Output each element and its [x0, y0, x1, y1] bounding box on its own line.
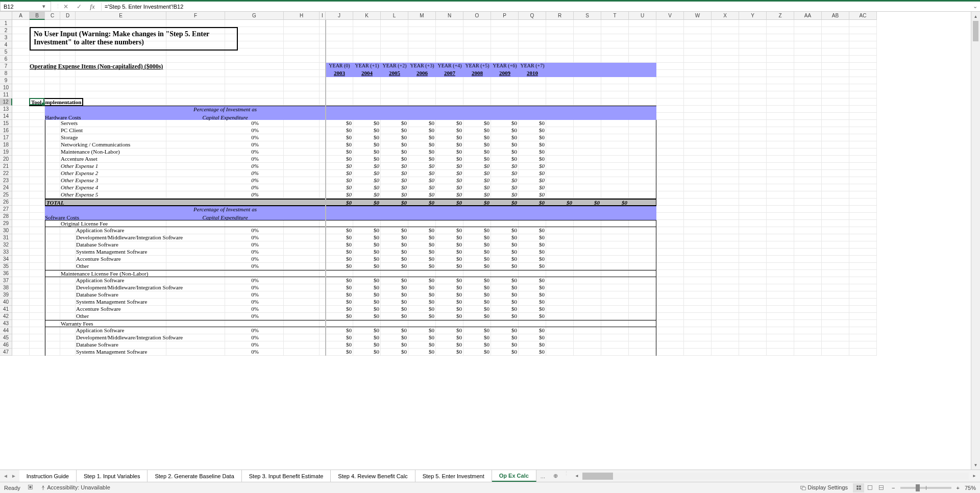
column-header[interactable]: K: [353, 12, 381, 20]
column-header[interactable]: N: [436, 12, 463, 20]
select-all-corner[interactable]: [0, 12, 12, 20]
row-header[interactable]: 7: [0, 63, 12, 70]
row-header[interactable]: 10: [0, 84, 12, 91]
row-header[interactable]: 39: [0, 291, 12, 299]
hscroll-left-icon[interactable]: ◄: [573, 474, 580, 478]
column-header[interactable]: S: [574, 12, 601, 20]
row-header[interactable]: 3: [0, 34, 12, 41]
cancel-formula-icon[interactable]: ✕: [61, 3, 70, 10]
row-header[interactable]: 36: [0, 270, 12, 277]
row-header[interactable]: 40: [0, 299, 12, 306]
column-header[interactable]: T: [601, 12, 629, 20]
column-header[interactable]: AA: [794, 12, 822, 20]
zoom-slider[interactable]: [900, 487, 951, 489]
row-header[interactable]: 41: [0, 306, 12, 313]
row-header[interactable]: 26: [0, 199, 12, 206]
column-header[interactable]: AC: [849, 12, 877, 20]
column-header[interactable]: U: [629, 12, 656, 20]
row-header[interactable]: 35: [0, 263, 12, 270]
vertical-scrollbar[interactable]: ▲ ▼: [971, 12, 980, 470]
row-header[interactable]: 19: [0, 149, 12, 156]
sheet-tab[interactable]: Step 3. Input Benefit Estimate: [242, 470, 331, 482]
column-header[interactable]: J: [326, 12, 353, 20]
row-header[interactable]: 13: [0, 106, 12, 113]
row-header[interactable]: 47: [0, 349, 12, 356]
column-header[interactable]: I: [320, 12, 326, 20]
sheet-tab[interactable]: Step 4. Review Benefit Calc: [331, 470, 415, 482]
zoom-level[interactable]: 75%: [965, 485, 976, 491]
macro-record-icon[interactable]: [28, 484, 33, 491]
sheet-tab[interactable]: Op Ex Calc: [492, 470, 536, 482]
column-header[interactable]: M: [408, 12, 436, 20]
column-header[interactable]: B: [30, 12, 45, 20]
scroll-down-icon[interactable]: ▼: [971, 460, 980, 470]
sheet-tab[interactable]: Instruction Guide: [19, 470, 77, 482]
column-header[interactable]: O: [463, 12, 491, 20]
row-header[interactable]: 16: [0, 127, 12, 134]
fx-icon[interactable]: fx: [88, 3, 97, 11]
row-header[interactable]: 30: [0, 227, 12, 234]
spreadsheet-grid[interactable]: ABCDEFGHIJKLMNOPQRSTUVWXYZAAABAC 1234567…: [0, 12, 971, 470]
column-header[interactable]: AB: [822, 12, 849, 20]
row-header[interactable]: 22: [0, 170, 12, 177]
row-header[interactable]: 33: [0, 249, 12, 256]
name-box-dropdown-icon[interactable]: ▾: [40, 3, 47, 10]
row-header[interactable]: 27: [0, 206, 12, 213]
sheet-tab[interactable]: Step 2. Generate Baseline Data: [148, 470, 241, 482]
scroll-up-icon[interactable]: ▲: [971, 12, 980, 21]
tabs-more-button[interactable]: ...: [536, 470, 549, 482]
column-header[interactable]: H: [284, 12, 320, 20]
row-header[interactable]: 23: [0, 177, 12, 184]
add-sheet-button[interactable]: ⊕: [549, 470, 561, 482]
formula-input[interactable]: ='Step 5. Enter Investment'!B12: [102, 2, 970, 11]
column-header[interactable]: F: [166, 12, 225, 20]
row-header[interactable]: 43: [0, 320, 12, 327]
row-header[interactable]: 44: [0, 327, 12, 334]
row-header[interactable]: 14: [0, 113, 12, 120]
accessibility-status[interactable]: Accessibility: Unavailable: [40, 484, 110, 491]
column-header[interactable]: W: [684, 12, 712, 20]
row-header[interactable]: 1: [0, 20, 12, 27]
sheet-tab[interactable]: Step 5. Enter Investment: [415, 470, 492, 482]
row-header[interactable]: 42: [0, 313, 12, 320]
column-header[interactable]: X: [712, 12, 739, 20]
row-header[interactable]: 24: [0, 184, 12, 191]
row-header[interactable]: 6: [0, 56, 12, 63]
column-header[interactable]: R: [546, 12, 574, 20]
row-header[interactable]: 12: [0, 98, 12, 106]
row-header[interactable]: 9: [0, 77, 12, 84]
name-box[interactable]: B12 ▾: [0, 2, 51, 11]
column-header[interactable]: C: [45, 12, 60, 20]
row-header[interactable]: 21: [0, 163, 12, 170]
column-header[interactable]: V: [656, 12, 684, 20]
tab-prev-icon[interactable]: ◄: [3, 473, 8, 479]
column-header[interactable]: Q: [519, 12, 546, 20]
row-header[interactable]: 45: [0, 334, 12, 341]
column-header[interactable]: G: [225, 12, 284, 20]
column-header[interactable]: P: [491, 12, 519, 20]
column-header[interactable]: Z: [767, 12, 794, 20]
page-break-view-button[interactable]: [875, 483, 887, 492]
display-settings-button[interactable]: Display Settings: [800, 484, 848, 491]
column-header[interactable]: Y: [739, 12, 767, 20]
row-header[interactable]: 46: [0, 341, 12, 349]
row-header[interactable]: 2: [0, 27, 12, 34]
horizontal-scrollbar[interactable]: [582, 473, 969, 480]
column-header[interactable]: E: [76, 12, 166, 20]
row-header[interactable]: 8: [0, 70, 12, 77]
row-header[interactable]: 38: [0, 284, 12, 291]
row-header[interactable]: 34: [0, 256, 12, 263]
row-header[interactable]: 28: [0, 213, 12, 220]
row-header[interactable]: 20: [0, 156, 12, 163]
row-header[interactable]: 11: [0, 91, 12, 98]
zoom-in-button[interactable]: +: [957, 485, 960, 491]
page-layout-view-button[interactable]: [864, 483, 875, 492]
normal-view-button[interactable]: [853, 483, 864, 492]
formula-expand-icon[interactable]: ⌄: [970, 3, 980, 10]
column-header[interactable]: D: [60, 12, 76, 20]
row-header[interactable]: 37: [0, 277, 12, 284]
sheet-tab[interactable]: Step 1. Input Variables: [77, 470, 148, 482]
row-header[interactable]: 5: [0, 48, 12, 56]
accept-formula-icon[interactable]: ✓: [75, 3, 84, 10]
row-header[interactable]: 15: [0, 120, 12, 127]
